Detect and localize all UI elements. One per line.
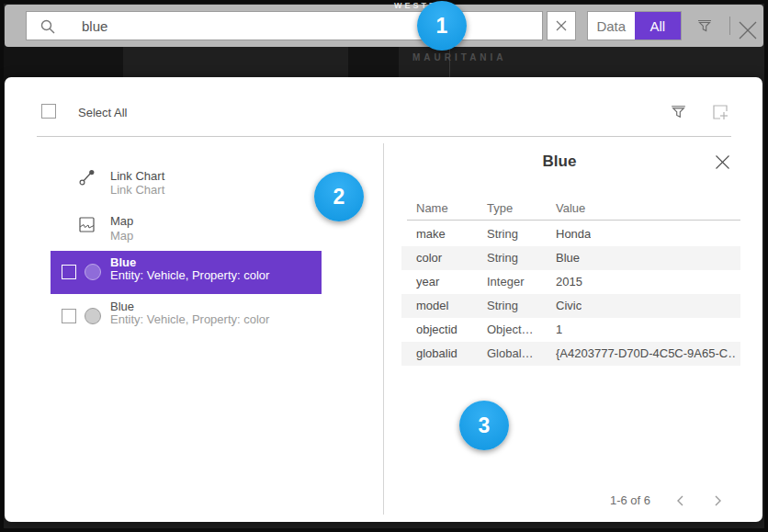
list-item-blue[interactable]: Blue Entity: Vehicle, Property: color xyxy=(51,295,322,338)
data-all-segmented-control: Data All xyxy=(587,11,682,40)
cell-name: globalid xyxy=(416,342,457,366)
detail-close-icon[interactable] xyxy=(715,154,730,170)
map-icon xyxy=(78,216,96,233)
segment-all[interactable]: All xyxy=(635,12,682,40)
cell-value: 1 xyxy=(556,318,562,342)
column-header-value: Value xyxy=(556,201,585,215)
callout-badge-1: 1 xyxy=(417,1,467,51)
pagination-label: 1-6 of 6 xyxy=(582,493,650,507)
cell-value: {A4203777-D70D-4C5C-9A65-C… xyxy=(556,342,735,366)
map-landmass xyxy=(348,45,399,82)
pagination-next-icon[interactable] xyxy=(710,492,725,509)
list-item-blue-selected[interactable]: Blue Entity: Vehicle, Property: color xyxy=(51,251,322,294)
map-label-mauritania: MAURITANIA xyxy=(412,52,507,62)
callout-badge-2: 2 xyxy=(314,172,364,221)
list-item-title: Link Chart xyxy=(110,169,164,183)
result-checkbox[interactable] xyxy=(62,265,76,279)
table-row: make String Honda xyxy=(401,222,740,246)
cell-type: String xyxy=(487,294,518,318)
search-clear-button[interactable] xyxy=(547,11,576,40)
list-item-link-chart[interactable]: Link Chart Link Chart xyxy=(51,164,326,199)
search-toolbar: Data All xyxy=(5,5,763,47)
cell-name: year xyxy=(416,270,439,294)
map-boundary-line xyxy=(449,46,450,81)
entity-circle-icon xyxy=(85,264,101,280)
list-item-title: Blue xyxy=(110,300,134,313)
list-item-subtitle: Link Chart xyxy=(110,183,164,197)
result-checkbox[interactable] xyxy=(62,309,76,323)
table-header-underline xyxy=(407,220,740,221)
table-row: objectid Object… 1 xyxy=(401,318,740,342)
add-to-selection-icon[interactable] xyxy=(710,102,730,122)
list-item-map[interactable]: Map Map xyxy=(51,210,326,245)
cell-type: Global… xyxy=(487,342,534,366)
pagination-prev-icon[interactable] xyxy=(673,492,688,509)
select-all-label: Select All xyxy=(78,106,127,119)
cell-name: color xyxy=(416,246,442,270)
cell-value: 2015 xyxy=(556,270,582,294)
cell-type: String xyxy=(487,246,518,270)
table-row: model String Civic xyxy=(401,294,740,318)
list-item-subtitle: Entity: Vehicle, Property: color xyxy=(110,268,269,282)
header-divider xyxy=(37,136,731,137)
cell-value: Blue xyxy=(556,246,580,270)
cell-value: Honda xyxy=(556,222,591,246)
toolbar-divider xyxy=(729,17,730,35)
select-all-checkbox[interactable] xyxy=(41,104,56,119)
cell-name: objectid xyxy=(416,318,457,342)
cell-value: Civic xyxy=(556,294,582,318)
list-detail-divider xyxy=(383,143,384,515)
search-results-modal: Select All Link Chart Link Chart xyxy=(5,77,762,522)
column-header-type: Type xyxy=(487,201,513,215)
table-row: color String Blue xyxy=(401,246,740,270)
detail-title: Blue xyxy=(384,153,735,171)
callout-badge-3: 3 xyxy=(459,401,509,450)
cell-name: make xyxy=(416,222,446,246)
close-search-icon[interactable] xyxy=(738,20,758,40)
list-item-title: Map xyxy=(110,214,133,228)
clear-x-icon xyxy=(556,20,567,31)
column-header-name: Name xyxy=(416,201,448,215)
filter-funnel-icon[interactable] xyxy=(695,17,714,35)
entity-circle-icon xyxy=(85,308,101,324)
cell-name: model xyxy=(416,294,448,318)
segment-data[interactable]: Data xyxy=(588,12,635,40)
list-item-subtitle: Map xyxy=(110,229,133,243)
results-filter-icon[interactable] xyxy=(669,102,688,121)
table-row: globalid Global… {A4203777-D70D-4C5C-9A6… xyxy=(401,342,740,366)
list-item-subtitle: Entity: Vehicle, Property: color xyxy=(110,312,269,326)
link-chart-icon xyxy=(78,168,96,187)
screenshot-root: MAURITANIA WESTER Data All xyxy=(0,0,768,532)
search-icon xyxy=(40,18,56,35)
cell-type: String xyxy=(487,222,518,246)
table-row: year Integer 2015 xyxy=(401,270,740,294)
cell-type: Integer xyxy=(487,270,524,294)
list-item-title: Blue xyxy=(110,255,136,269)
cell-type: Object… xyxy=(487,318,534,342)
